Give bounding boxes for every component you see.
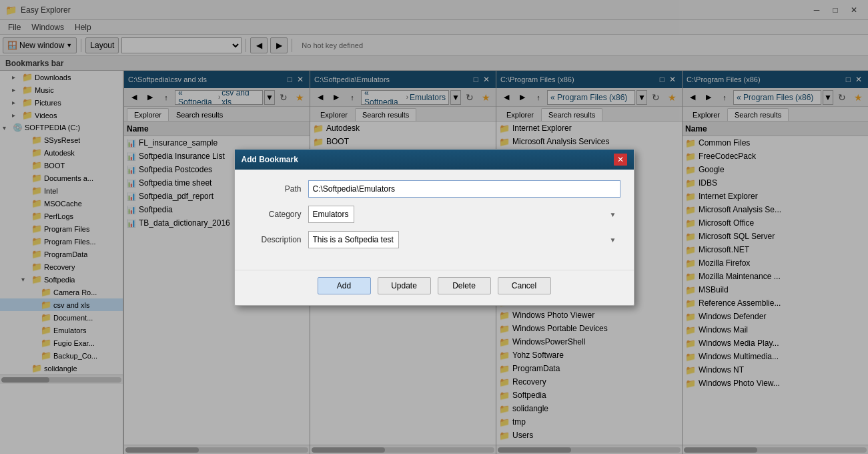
modal-footer: Add Update Delete Cancel <box>235 270 634 305</box>
modal-category-label: Category <box>248 210 308 219</box>
modal-description-arrow-icon: ▼ <box>610 236 616 243</box>
modal-description-select[interactable]: This is a Softpedia test <box>308 231 399 248</box>
modal-title: Add Bookmark <box>242 155 298 164</box>
modal-close-button[interactable]: ✕ <box>614 154 627 166</box>
modal-overlay: Add Bookmark ✕ Path Category Emulators F… <box>0 0 868 454</box>
modal-cancel-button[interactable]: Cancel <box>498 277 551 294</box>
add-bookmark-modal: Add Bookmark ✕ Path Category Emulators F… <box>234 149 634 306</box>
modal-description-label: Description <box>248 235 308 244</box>
modal-path-field: Path <box>248 180 620 198</box>
modal-path-input[interactable] <box>308 180 620 198</box>
modal-add-button[interactable]: Add <box>318 277 371 294</box>
modal-category-wrapper: Emulators Favorites Work ▼ <box>308 206 620 223</box>
modal-update-button[interactable]: Update <box>378 277 431 294</box>
modal-description-wrapper: This is a Softpedia test ▼ <box>308 231 620 248</box>
modal-title-bar: Add Bookmark ✕ <box>235 150 634 170</box>
modal-path-label: Path <box>248 184 308 194</box>
modal-delete-button[interactable]: Delete <box>438 277 491 294</box>
modal-category-select[interactable]: Emulators Favorites Work <box>308 206 354 223</box>
modal-category-field: Category Emulators Favorites Work ▼ <box>248 206 620 223</box>
modal-description-field: Description This is a Softpedia test ▼ <box>248 231 620 248</box>
modal-category-arrow-icon: ▼ <box>610 210 616 218</box>
modal-content: Path Category Emulators Favorites Work ▼… <box>235 170 634 267</box>
